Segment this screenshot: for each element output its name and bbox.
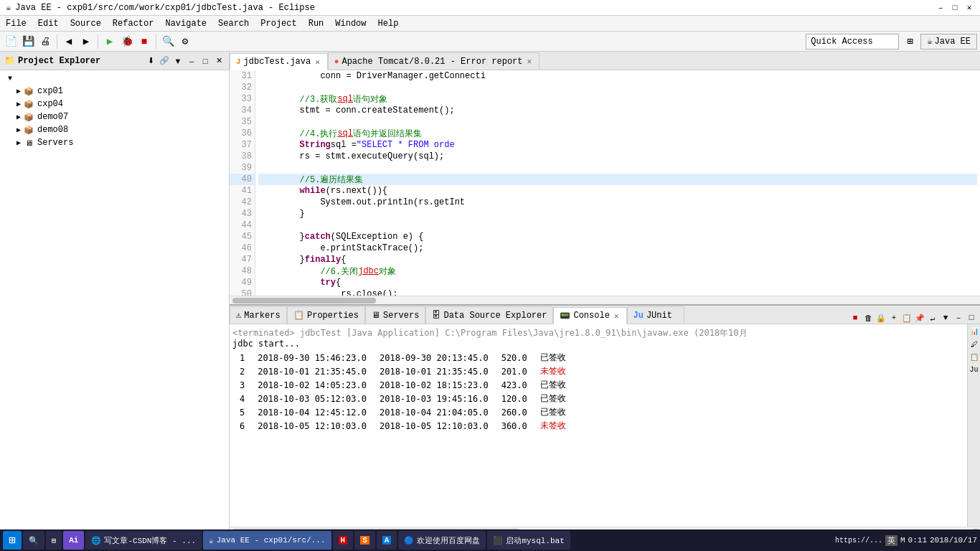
console-maximize-btn[interactable]: □	[966, 312, 977, 324]
java-ee-button[interactable]: ☕ Java EE	[920, 34, 977, 50]
console-terminate-btn[interactable]: ■	[849, 312, 861, 324]
start-icon: ⊞	[9, 533, 16, 547]
console-icon: 📟	[560, 311, 570, 321]
view-menu-button[interactable]: ▼	[172, 55, 184, 67]
console-word-wrap-btn[interactable]: ↵	[927, 312, 938, 324]
menu-navigate[interactable]: Navigate	[159, 17, 212, 30]
taskbar-item-h[interactable]: H	[333, 531, 354, 550]
tab-console-close[interactable]: ✕	[613, 311, 621, 321]
tab-properties[interactable]: 📋 Properties	[287, 306, 365, 324]
code-line-34: stmt = conn.createStatement();	[258, 105, 977, 116]
menu-window[interactable]: Window	[329, 17, 372, 30]
right-panel-btn-2[interactable]: 🖊	[969, 339, 979, 350]
right-panel-btn-4[interactable]: Ju	[968, 364, 979, 375]
tree-item-cxp04[interactable]: ▶ 📦 cxp04	[0, 98, 229, 110]
code-line-48: //6.关闭jdbc对象	[258, 265, 977, 277]
maximize-panel-button[interactable]: □	[199, 55, 211, 67]
taskbar-ai[interactable]: Ai	[63, 531, 84, 550]
collapse-all-button[interactable]: ⬇	[145, 55, 156, 67]
editor-hscrollbar[interactable]	[230, 296, 980, 304]
toolbar-debug[interactable]: 🐞	[119, 34, 135, 50]
console-minimize-btn[interactable]: –	[953, 312, 964, 324]
quick-access-input[interactable]: Quick Access	[806, 34, 899, 50]
close-button[interactable]: ✕	[964, 3, 974, 13]
tab-junit[interactable]: Ju JUnit	[627, 306, 684, 324]
code-line-33: //3.获取sql语句对象	[258, 93, 977, 105]
eclipse-icon: ☕	[209, 536, 214, 545]
right-panel-btn-1[interactable]: 📊	[969, 326, 980, 337]
console-clear-btn[interactable]: 🗑	[862, 312, 874, 324]
tree-item-demo07[interactable]: ▶ 📦 demo07	[0, 110, 229, 123]
ai-label: Ai	[69, 536, 78, 545]
toolbar-perspective[interactable]: ⊞	[902, 34, 918, 50]
tree-item-cxp01[interactable]: ▶ 📦 cxp01	[0, 85, 229, 98]
start-button[interactable]: ⊞	[3, 531, 22, 550]
toolbar-sep-3	[156, 34, 156, 49]
code-line-45: } catch (SQLException e) {	[258, 231, 977, 242]
code-text[interactable]: conn = DriverManager.getConnecti //3.获取s…	[255, 70, 980, 296]
editor-hscroll-thumb[interactable]	[232, 298, 376, 303]
tab-tomcat-error[interactable]: ● Apache Tomcat/8.0.21 - Error report ✕	[328, 52, 540, 70]
tab-datasource[interactable]: 🗄 Data Source Explorer	[425, 306, 553, 324]
right-panel-btn-3[interactable]: 📋	[969, 352, 980, 363]
console-pin-btn[interactable]: 📌	[914, 312, 925, 324]
toolbar-stop[interactable]: ■	[136, 34, 152, 50]
tab-tomcat-close[interactable]: ✕	[526, 57, 534, 66]
menu-edit[interactable]: Edit	[32, 17, 65, 30]
toolbar-search[interactable]: 🔍	[160, 34, 176, 50]
console-new-btn[interactable]: +	[888, 312, 900, 324]
toolbar-print[interactable]: 🖨	[37, 34, 53, 50]
menu-project[interactable]: Project	[255, 17, 302, 30]
tree-item-servers[interactable]: ▶ 🖥 Servers	[0, 136, 229, 149]
taskbar-taskview[interactable]: ⊞	[46, 531, 62, 550]
menu-source[interactable]: Source	[65, 17, 107, 30]
editor-content[interactable]: 31 32 33 34 35 36 37 38 39 40 41 42	[230, 70, 980, 296]
baidu-icon: 🔵	[404, 536, 414, 545]
toolbar-new[interactable]: 📄	[3, 34, 19, 50]
toolbar-save[interactable]: 💾	[20, 34, 36, 50]
taskbar-search[interactable]: 🔍	[23, 531, 44, 550]
taskbar-item-s[interactable]: S	[354, 531, 375, 550]
menu-refactor[interactable]: Refactor	[107, 17, 160, 30]
tab-jdbctest-close[interactable]: ✕	[314, 57, 321, 67]
row1-col1: 2018-09-30 15:46:23.0	[252, 352, 372, 364]
tab-jdbctest[interactable]: J jdbcTest.java ✕	[230, 53, 328, 70]
menu-run[interactable]: Run	[303, 17, 330, 30]
toolbar-forward[interactable]: ▶	[78, 34, 94, 50]
taskbar-item-csdn[interactable]: 🌐 写文章-CSDN博客 - ...	[85, 531, 202, 550]
console-copy-btn[interactable]: 📋	[901, 312, 913, 324]
toolbar-settings[interactable]: ⚙	[177, 34, 193, 50]
console-terminated-line: <terminated> jdbcTest [Java Application]…	[232, 327, 964, 339]
console-output: <terminated> jdbcTest [Java Application]…	[230, 324, 967, 527]
line-numbers: 31 32 33 34 35 36 37 38 39 40 41 42	[230, 70, 255, 296]
console-row-3: 3 2018-10-02 14:05:23.0 2018-10-02 18:15…	[234, 379, 572, 391]
taskbar-item-mysql[interactable]: ⬛ 启动mysql.bat	[487, 531, 570, 550]
console-view-menu-btn[interactable]: ▼	[940, 312, 951, 324]
mysql-label: 启动mysql.bat	[506, 535, 564, 546]
tree-item-demo08[interactable]: ▶ 📦 demo08	[0, 123, 229, 136]
toolbar-back[interactable]: ◀	[61, 34, 77, 50]
link-editor-button[interactable]: 🔗	[159, 55, 170, 67]
row6-col4: 未签收	[534, 420, 572, 432]
minimize-panel-button[interactable]: –	[186, 55, 197, 67]
code-line-47: }finally {	[258, 254, 977, 265]
menu-help[interactable]: Help	[372, 17, 405, 30]
taskbar-item-baidu[interactable]: 🔵 欢迎使用百度网盘	[398, 531, 486, 550]
tab-servers[interactable]: 🖥 Servers	[365, 306, 425, 324]
close-panel-button[interactable]: ✕	[213, 55, 225, 67]
menu-file[interactable]: File	[0, 17, 32, 30]
tab-markers[interactable]: ⚠ Markers	[230, 306, 287, 324]
maximize-button[interactable]: □	[950, 3, 960, 13]
minimize-button[interactable]: –	[936, 3, 946, 13]
console-scroll-lock-btn[interactable]: 🔒	[875, 312, 887, 324]
editor-tab-bar: J jdbcTest.java ✕ ● Apache Tomcat/8.0.21…	[230, 52, 980, 70]
menu-search[interactable]: Search	[212, 17, 255, 30]
a-icon: A	[382, 536, 392, 545]
taskbar-item-eclipse[interactable]: ☕ Java EE - cxp01/src/...	[203, 531, 331, 550]
markers-icon: ⚠	[236, 310, 241, 321]
taskbar-item-a[interactable]: A	[377, 531, 397, 550]
toolbar-run[interactable]: ▶	[102, 34, 118, 50]
row1-col2: 2018-09-30 20:13:45.0	[374, 352, 494, 364]
tab-console[interactable]: 📟 Console ✕	[553, 307, 626, 324]
row4-num: 4	[234, 392, 250, 405]
